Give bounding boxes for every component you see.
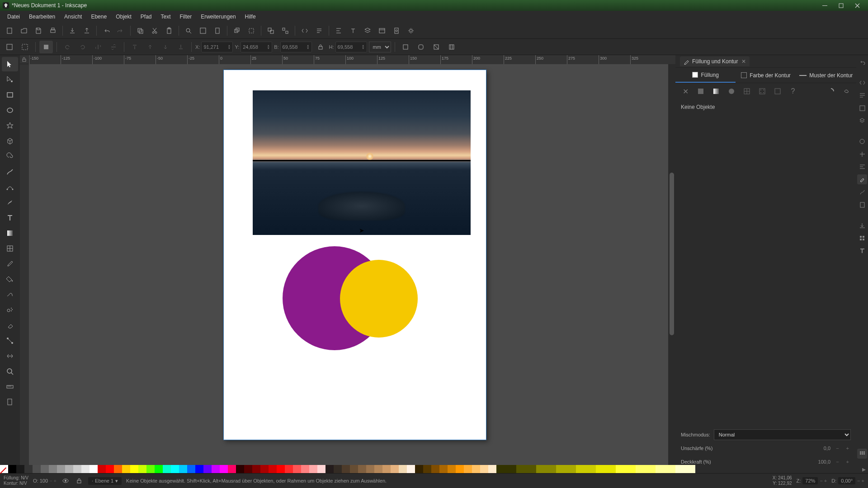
palette-swatch[interactable]: [334, 465, 342, 473]
palette-swatch[interactable]: [423, 465, 431, 473]
dock-text-icon[interactable]: [857, 246, 867, 256]
menu-ansicht[interactable]: Ansicht: [60, 12, 86, 21]
save-button[interactable]: [32, 24, 45, 37]
ruler-horizontal[interactable]: -150-125-100-75-50-250255075100125150175…: [29, 55, 675, 64]
palette-swatch[interactable]: [212, 465, 220, 473]
palette-swatch[interactable]: [464, 465, 472, 473]
clone-button[interactable]: [245, 24, 258, 37]
palette-swatch[interactable]: [556, 465, 576, 473]
palette-swatch[interactable]: [358, 465, 366, 473]
palette-swatch[interactable]: [301, 465, 309, 473]
palette-swatch[interactable]: [155, 465, 163, 473]
preferences-button[interactable]: [404, 24, 418, 37]
cut-button[interactable]: [148, 24, 161, 37]
dock-docprops-icon[interactable]: [857, 200, 867, 210]
palette-swatch[interactable]: [536, 465, 556, 473]
scale-stroke-icon[interactable]: [399, 41, 412, 53]
opacity-minus[interactable]: −: [834, 459, 840, 465]
menu-bearbeiten[interactable]: Bearbeiten: [24, 12, 60, 21]
dock-undo-icon[interactable]: [857, 57, 867, 67]
palette-swatch[interactable]: [114, 465, 122, 473]
palette-swatch[interactable]: [65, 465, 73, 473]
palette-swatch[interactable]: [496, 465, 516, 473]
palette-swatch[interactable]: [195, 465, 203, 473]
import-button[interactable]: [66, 24, 79, 37]
palette-swatch[interactable]: [138, 465, 146, 473]
unit-select[interactable]: mm: [369, 42, 391, 52]
dock-swatches-icon[interactable]: [857, 233, 867, 243]
eraser-tool[interactable]: [2, 318, 18, 333]
menu-text[interactable]: Text: [156, 12, 175, 21]
placed-image[interactable]: [253, 90, 471, 235]
menu-datei[interactable]: Datei: [3, 12, 24, 21]
lpe-tool[interactable]: [2, 349, 18, 363]
bezier-tool[interactable]: [2, 180, 18, 194]
palette-swatch[interactable]: [90, 465, 98, 473]
palette-swatch[interactable]: [203, 465, 212, 473]
palette-swatch[interactable]: [98, 465, 106, 473]
dock-fillstroke-icon[interactable]: [857, 174, 867, 184]
palette-swatch[interactable]: [596, 465, 616, 473]
zoom-tool[interactable]: [2, 364, 18, 379]
move-gradients-icon[interactable]: [429, 41, 443, 53]
tweak-tool[interactable]: [2, 287, 18, 302]
palette-swatch[interactable]: [187, 465, 195, 473]
ungroup-button[interactable]: [278, 24, 292, 37]
raise-top-icon[interactable]: [128, 41, 142, 53]
dock-trace-icon[interactable]: [857, 187, 867, 197]
palette-swatch[interactable]: [342, 465, 350, 473]
paint-radial-icon[interactable]: [725, 85, 738, 98]
doc-props-button[interactable]: [390, 24, 403, 37]
palette-swatch[interactable]: [488, 465, 496, 473]
dropper-tool[interactable]: [2, 257, 18, 271]
paint-hsluv-icon[interactable]: [825, 85, 837, 98]
palette-swatch[interactable]: [399, 465, 407, 473]
selectors-button[interactable]: [312, 24, 326, 37]
menu-filter[interactable]: Filter: [175, 12, 197, 21]
close-button[interactable]: [849, 0, 865, 10]
dock-export-icon[interactable]: [857, 221, 867, 230]
palette-swatch[interactable]: [366, 465, 374, 473]
palette-swatch[interactable]: [675, 465, 695, 473]
palette-swatch[interactable]: [317, 465, 326, 473]
opacity-value[interactable]: 100,0: [803, 459, 830, 465]
palette-swatch[interactable]: [472, 465, 480, 473]
object-props-button[interactable]: [375, 24, 389, 37]
dock-selectors-icon[interactable]: [857, 90, 867, 100]
tab-fill[interactable]: Füllung: [675, 68, 736, 83]
lock-ratio-icon[interactable]: [314, 41, 327, 53]
rotate-cw-icon[interactable]: [76, 41, 90, 53]
palette-swatch[interactable]: [73, 465, 81, 473]
blur-value[interactable]: 0,0: [803, 446, 830, 451]
select-all-layers-icon[interactable]: [3, 41, 16, 53]
paint-mesh-icon[interactable]: [741, 85, 753, 98]
palette-swatch[interactable]: [382, 465, 391, 473]
maximize-button[interactable]: [833, 0, 849, 10]
new-doc-button[interactable]: [3, 24, 16, 37]
dock-objects-icon[interactable]: [857, 103, 867, 113]
deselect-icon[interactable]: [39, 41, 53, 53]
text-tool[interactable]: [2, 211, 18, 225]
blur-minus[interactable]: −: [834, 446, 840, 451]
palette-swatch[interactable]: [269, 465, 277, 473]
text-button[interactable]: [346, 24, 360, 37]
undo-button[interactable]: [99, 24, 113, 37]
panel-close-icon[interactable]: ✕: [741, 58, 746, 65]
menu-erweiterungen[interactable]: Erweiterungen: [196, 12, 240, 21]
raise-icon[interactable]: [143, 41, 157, 53]
ruler-vertical[interactable]: [20, 64, 29, 466]
panel-tab-fillstroke[interactable]: Füllung und Kontur ✕: [680, 56, 750, 66]
palette-swatch[interactable]: [33, 465, 41, 473]
menu-ebene[interactable]: Ebene: [86, 12, 111, 21]
palette-swatch[interactable]: [81, 465, 90, 473]
minimize-button[interactable]: [816, 0, 833, 10]
scale-corners-icon[interactable]: [414, 41, 428, 53]
status-opacity-value[interactable]: 100: [40, 478, 48, 483]
copy-button[interactable]: [133, 24, 147, 37]
palette-swatch[interactable]: [516, 465, 536, 473]
lower-bottom-icon[interactable]: [174, 41, 188, 53]
palette-swatch[interactable]: [309, 465, 317, 473]
paint-unknown-icon[interactable]: ?: [787, 85, 799, 98]
paint-flat-icon[interactable]: [694, 85, 707, 98]
ruler-lock-icon[interactable]: [20, 55, 29, 64]
